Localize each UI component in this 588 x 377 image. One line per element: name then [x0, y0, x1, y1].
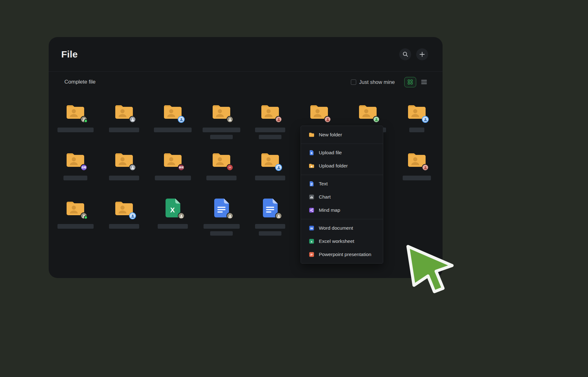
document-item[interactable] — [201, 198, 242, 236]
menu-item-label: Mind map — [319, 207, 340, 213]
filename-placeholder — [154, 128, 192, 132]
menu-group: Upload file Upload folder — [301, 144, 383, 175]
menu-item-label: Excel worksheet — [319, 238, 354, 244]
collaborator-avatar — [226, 212, 233, 219]
menu-item-text[interactable]: Text — [301, 177, 383, 190]
menu-item-upload-folder[interactable]: Upload folder — [301, 159, 383, 172]
file-icon[interactable]: X — [163, 198, 183, 218]
collaborator-avatar — [80, 116, 87, 123]
person-avatar-icon — [179, 117, 183, 122]
menu-item-label: New folder — [319, 132, 342, 138]
collaborator-avatar — [373, 116, 380, 123]
collaborator-avatar — [275, 164, 282, 171]
spreadsheet-item[interactable]: X — [152, 198, 193, 229]
menu-item-word-document[interactable]: WWord document — [301, 221, 383, 235]
folder-item[interactable] — [396, 101, 437, 132]
menu-item-label: Word document — [319, 225, 353, 231]
file-icon[interactable] — [407, 150, 427, 170]
folder-item[interactable] — [201, 101, 242, 139]
folder-item[interactable]: 志程 — [55, 150, 96, 180]
powerpoint-icon: P — [308, 251, 315, 258]
filename-placeholder — [259, 135, 281, 139]
svg-text:P: P — [311, 253, 313, 256]
document-item[interactable] — [250, 198, 291, 236]
file-icon[interactable] — [309, 101, 329, 122]
file-icon[interactable] — [260, 101, 280, 122]
file-icon[interactable] — [163, 101, 183, 122]
filename-placeholder — [255, 128, 285, 132]
menu-item-mind-map[interactable]: Mind map — [301, 204, 383, 217]
cursor-arrow — [405, 244, 455, 295]
file-icon[interactable] — [211, 198, 231, 218]
file-icon[interactable] — [65, 101, 85, 122]
file-icon[interactable] — [260, 198, 280, 218]
filename-placeholder — [204, 224, 240, 229]
person-avatar-icon — [131, 117, 135, 122]
menu-item-powerpoint-presentation[interactable]: PPowerpoint presentation — [301, 248, 383, 261]
folder-item[interactable] — [396, 150, 437, 180]
collaborator-avatar — [80, 212, 87, 219]
online-status-dot — [84, 216, 88, 219]
folder-item[interactable]: 俊姐 — [152, 150, 193, 180]
person-avatar-icon — [277, 214, 281, 218]
collaborator-avatar — [422, 164, 429, 171]
folder-item[interactable] — [104, 150, 144, 180]
folder-item[interactable] — [250, 150, 291, 180]
file-icon[interactable] — [358, 101, 378, 122]
person-avatar-icon — [228, 117, 232, 122]
filename-placeholder — [259, 231, 281, 236]
filename-placeholder — [403, 176, 431, 180]
svg-text:x: x — [311, 240, 313, 243]
file-icon[interactable] — [114, 101, 134, 122]
file-icon[interactable] — [114, 198, 134, 218]
menu-item-label: Text — [319, 181, 328, 187]
folder-item[interactable] — [250, 101, 291, 139]
excel-icon: x — [308, 238, 315, 244]
collaborator-avatar: 俊姐 — [178, 164, 185, 171]
menu-item-new-folder[interactable]: New folder — [301, 128, 383, 141]
filename-placeholder — [409, 128, 424, 132]
folder-item[interactable]: LI — [201, 150, 242, 180]
menu-group: WWord document xExcel worksheet PPowerpo… — [301, 219, 383, 263]
menu-item-chart[interactable]: Chart — [301, 190, 383, 204]
file-icon[interactable] — [211, 101, 231, 122]
file-icon[interactable]: 志程 — [65, 150, 85, 170]
menu-item-label: Powerpoint presentation — [319, 252, 371, 257]
filename-placeholder — [210, 135, 233, 139]
collaborator-avatar — [129, 212, 136, 219]
menu-item-label: Upload file — [319, 150, 342, 156]
file-icon[interactable] — [260, 150, 280, 170]
folder-item[interactable] — [104, 198, 144, 229]
folder-item[interactable] — [104, 101, 144, 132]
folder-item[interactable] — [152, 101, 193, 132]
person-avatar-icon — [228, 214, 232, 218]
menu-item-label: Upload folder — [319, 163, 348, 169]
file-icon[interactable]: LI — [211, 150, 231, 170]
person-avatar-icon — [374, 117, 378, 122]
chart-icon — [308, 194, 315, 200]
upload-folder-icon — [308, 163, 315, 169]
file-icon[interactable]: 俊姐 — [163, 150, 183, 170]
collaborator-avatar: 志程 — [80, 164, 87, 171]
file-grid: 志程 俊姐 LI — [49, 37, 443, 278]
filename-placeholder — [109, 224, 139, 229]
folder-item[interactable] — [55, 101, 96, 132]
new-folder-icon — [308, 132, 315, 138]
person-avatar-icon — [423, 117, 427, 122]
menu-item-label: Chart — [319, 194, 331, 200]
menu-item-upload-file[interactable]: Upload file — [301, 146, 383, 159]
filename-placeholder — [63, 176, 87, 180]
collaborator-avatar — [226, 116, 233, 123]
word-icon: W — [308, 225, 315, 231]
collaborator-avatar — [422, 116, 429, 123]
collaborator-avatar — [275, 212, 282, 219]
menu-item-excel-worksheet[interactable]: xExcel worksheet — [301, 235, 383, 248]
mind-map-icon — [308, 207, 315, 213]
filename-placeholder — [109, 128, 139, 132]
person-avatar-icon — [277, 117, 281, 122]
file-icon[interactable] — [65, 198, 85, 218]
filename-placeholder — [255, 224, 285, 229]
file-icon[interactable] — [114, 150, 134, 170]
folder-item[interactable] — [55, 198, 96, 229]
file-icon[interactable] — [407, 101, 427, 122]
